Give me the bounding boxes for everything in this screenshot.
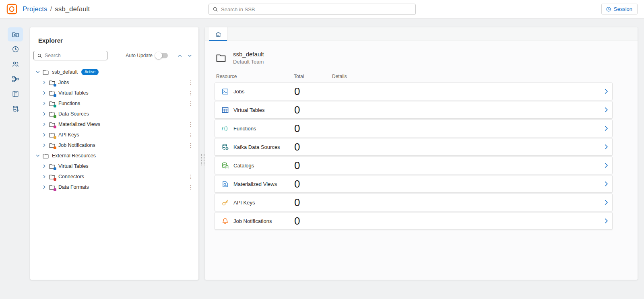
chevron-right-icon[interactable] <box>41 184 47 190</box>
kebab-menu-icon[interactable]: ⋮ <box>188 101 194 106</box>
search-icon <box>37 53 42 58</box>
folder-type-badge <box>54 136 56 139</box>
resource-total: 0 <box>294 196 332 209</box>
tree-item-functions[interactable]: Functions⋮ <box>30 98 198 109</box>
chevron-right-icon[interactable] <box>41 132 47 138</box>
chevron-right-icon[interactable] <box>603 106 610 113</box>
explorer-search-input[interactable] <box>45 53 104 58</box>
kebab-menu-icon[interactable]: ⋮ <box>188 184 194 190</box>
resource-row-kafka-data-sources[interactable]: Kafka Data Sources0 <box>215 138 613 156</box>
resource-total: 0 <box>294 141 332 153</box>
chevron-right-icon[interactable] <box>603 125 610 132</box>
nav-rail-item-data[interactable] <box>8 102 23 116</box>
chevron-right-icon[interactable] <box>41 163 47 169</box>
folder-type-badge <box>54 94 56 97</box>
chevron-right-icon[interactable] <box>41 122 47 127</box>
chevron-right-icon[interactable] <box>603 217 610 225</box>
folder-icon <box>49 111 56 118</box>
kebab-menu-icon[interactable]: ⋮ <box>188 122 194 127</box>
breadcrumb-current: ssb_default <box>55 5 90 13</box>
main-panel: ssb_default Default Team Resource Total … <box>205 27 638 280</box>
chevron-right-icon[interactable] <box>41 101 47 106</box>
kebab-menu-icon[interactable]: ⋮ <box>188 174 194 179</box>
kebab-menu-icon[interactable]: ⋮ <box>188 132 194 138</box>
tree-item-data-sources[interactable]: Data Sources <box>30 109 198 119</box>
resource-row-catalogs[interactable]: Catalogs0 <box>215 157 613 174</box>
folder-type-badge <box>54 188 56 191</box>
resource-total: 0 <box>294 178 332 190</box>
tree-item-ssb-default[interactable]: ssb_defaultActive <box>30 67 198 77</box>
global-search <box>208 4 416 15</box>
panel-resize-handle[interactable] <box>201 154 204 165</box>
folder-icon <box>49 90 56 97</box>
chevron-right-icon[interactable] <box>603 199 610 206</box>
resource-label: Job Notifications <box>233 218 272 224</box>
folder-icon <box>49 121 56 128</box>
folder-icon <box>49 132 56 138</box>
tree-item-jobs[interactable]: Jobs⋮ <box>30 77 198 88</box>
folder-type-badge <box>54 167 56 170</box>
tree-item-virtual-tables[interactable]: Virtual Tables⋮ <box>30 88 198 98</box>
nav-rail-item-history[interactable] <box>8 42 23 56</box>
nav-rail-item-users[interactable] <box>8 57 23 71</box>
tree-item-virtual-tables[interactable]: Virtual Tables <box>30 161 198 171</box>
kebab-menu-icon[interactable]: ⋮ <box>188 142 194 148</box>
tree-item-label: API Keys <box>58 132 79 138</box>
virtual-tables-icon <box>221 106 229 114</box>
tree-item-label: Virtual Tables <box>58 163 89 169</box>
breadcrumb-separator: / <box>50 5 52 13</box>
resource-label: Kafka Data Sources <box>233 144 280 150</box>
users-icon <box>12 60 19 68</box>
session-button-label: Session <box>614 6 632 12</box>
chevron-right-icon[interactable] <box>603 180 610 188</box>
tab-bar <box>205 27 638 41</box>
tab-home[interactable] <box>209 27 227 41</box>
chevron-right-icon[interactable] <box>41 80 47 85</box>
resource-row-jobs[interactable]: Jobs0 <box>215 82 613 100</box>
chevron-right-icon[interactable] <box>41 90 47 96</box>
column-details: Details <box>332 74 613 79</box>
chevron-right-icon[interactable] <box>41 111 47 117</box>
home-icon <box>215 31 222 38</box>
tree-item-connectors[interactable]: Connectors⋮ <box>30 171 198 182</box>
breadcrumb-projects-link[interactable]: Projects <box>23 5 47 13</box>
chevron-right-icon[interactable] <box>41 142 47 148</box>
nav-rail-item-lineage[interactable] <box>8 72 23 86</box>
chevron-down-icon[interactable] <box>187 53 193 59</box>
folder-icon <box>42 153 49 159</box>
chevron-right-icon[interactable] <box>603 162 610 169</box>
kebab-menu-icon[interactable]: ⋮ <box>188 90 194 96</box>
chevron-up-icon[interactable] <box>177 53 183 59</box>
folder-type-badge <box>54 84 56 87</box>
resource-row-materialized-views[interactable]: Materialized Views0 <box>215 175 613 193</box>
folder-icon <box>49 100 56 107</box>
kebab-menu-icon[interactable]: ⋮ <box>188 80 194 85</box>
resource-row-virtual-tables[interactable]: Virtual Tables0 <box>215 101 613 119</box>
explorer-controls: Auto Update <box>33 51 193 60</box>
resource-row-api-keys[interactable]: API Keys0 <box>215 194 613 211</box>
resource-row-functions[interactable]: fFunctions0 <box>215 120 613 137</box>
tree-item-materialized-views[interactable]: Materialized Views⋮ <box>30 119 198 130</box>
resource-label: API Keys <box>233 200 255 206</box>
tree-item-job-notifications[interactable]: Job Notifications⋮ <box>30 140 198 151</box>
resource-row-job-notifications[interactable]: Job Notifications0 <box>215 212 613 230</box>
global-search-input[interactable] <box>221 6 412 12</box>
chevron-right-icon[interactable] <box>41 174 47 179</box>
resource-total: 0 <box>294 215 332 227</box>
session-button[interactable]: Session <box>601 4 638 14</box>
tree-item-api-keys[interactable]: API Keys⋮ <box>30 130 198 140</box>
resource-cell: Kafka Data Sources <box>221 143 294 151</box>
cloudera-logo-icon[interactable] <box>6 4 17 14</box>
chevron-right-icon[interactable] <box>603 143 610 151</box>
nav-rail-item-explorer[interactable] <box>8 27 23 41</box>
notebook-icon <box>12 90 19 98</box>
chevron-right-icon[interactable] <box>603 88 610 95</box>
tree-item-external-resources[interactable]: External Resources <box>30 151 198 161</box>
auto-update-toggle[interactable] <box>156 53 168 58</box>
breadcrumb: Projects / ssb_default <box>23 5 90 13</box>
tree-item-data-formats[interactable]: Data Formats⋮ <box>30 182 198 192</box>
chevron-down-icon[interactable] <box>35 69 41 75</box>
nav-rail-item-docs[interactable] <box>8 87 23 101</box>
chevron-down-icon[interactable] <box>35 153 41 159</box>
resource-cell: Materialized Views <box>221 180 294 188</box>
